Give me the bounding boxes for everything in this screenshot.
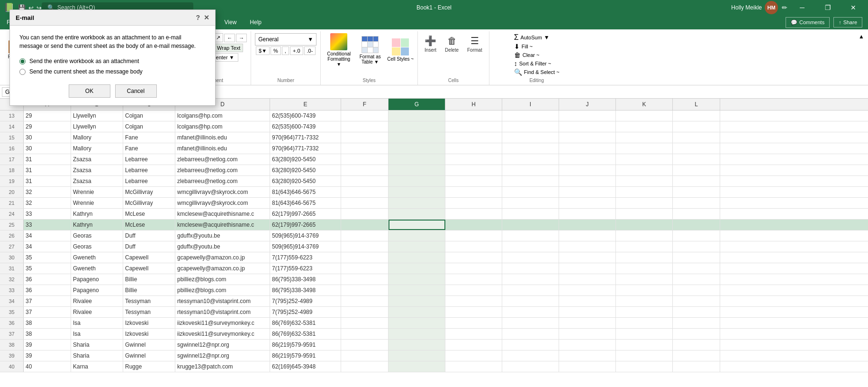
- cell[interactable]: Kathryn: [71, 209, 123, 219]
- cell[interactable]: [559, 165, 616, 175]
- autosum-button[interactable]: Σ AutoSum ▼: [514, 33, 550, 42]
- cell[interactable]: [559, 340, 616, 350]
- col-header-h[interactable]: H: [445, 99, 502, 110]
- cell[interactable]: Rugge: [123, 361, 175, 372]
- cell[interactable]: [502, 307, 559, 317]
- cell[interactable]: [673, 143, 720, 154]
- cell[interactable]: [341, 263, 389, 274]
- table-row[interactable]: 2734GeorasDuffgduffx@youtu.be509(965)914…: [0, 241, 868, 252]
- fill-button[interactable]: ⬇ Fill ~: [514, 43, 533, 50]
- cell[interactable]: 62(169)645-3948: [270, 361, 341, 372]
- cell[interactable]: 86(769)632-5381: [270, 329, 341, 339]
- table-row[interactable]: 3135GwenethCapewellgcapewelly@amazon.co.…: [0, 263, 868, 274]
- currency-button[interactable]: $▼: [256, 46, 270, 55]
- cell[interactable]: [502, 329, 559, 339]
- cell[interactable]: [616, 111, 673, 121]
- cell[interactable]: 509(965)914-3769: [270, 241, 341, 252]
- cell[interactable]: [341, 361, 389, 372]
- cell[interactable]: [616, 350, 673, 361]
- cell[interactable]: 30: [24, 143, 71, 154]
- cell[interactable]: [389, 230, 445, 241]
- cell[interactable]: Colgan: [123, 111, 175, 121]
- cell[interactable]: [389, 296, 445, 306]
- cell[interactable]: [616, 165, 673, 175]
- clear-button[interactable]: 🗑 Clear ~: [514, 51, 540, 59]
- cell[interactable]: gcapewelly@amazon.co.jp: [175, 263, 270, 274]
- cell[interactable]: 38: [24, 318, 71, 328]
- cell[interactable]: 29: [24, 111, 71, 121]
- wrap-text-button[interactable]: Wrap Text: [214, 44, 243, 52]
- cell[interactable]: 63(280)920-5450: [270, 165, 341, 175]
- cell[interactable]: [445, 318, 502, 328]
- cell[interactable]: [559, 176, 616, 186]
- cell[interactable]: [502, 154, 559, 165]
- table-row[interactable]: 3638IsaIzkoveskiiizkoveski11@surveymonke…: [0, 318, 868, 329]
- table-row[interactable]: 1831ZsazsaLebarreezlebarreeu@netlog.com6…: [0, 165, 868, 176]
- cell[interactable]: Lebarree: [123, 176, 175, 186]
- cell[interactable]: Capewell: [123, 252, 175, 263]
- cell[interactable]: [559, 361, 616, 372]
- cell[interactable]: [673, 307, 720, 317]
- cell[interactable]: Llywellyn: [71, 111, 123, 121]
- tab-view[interactable]: View: [218, 15, 244, 29]
- cell[interactable]: [445, 263, 502, 274]
- cell[interactable]: zlebarreeu@netlog.com: [175, 165, 270, 175]
- cell[interactable]: Zsazsa: [71, 176, 123, 186]
- cell[interactable]: [502, 274, 559, 285]
- cell[interactable]: [673, 209, 720, 219]
- close-button[interactable]: ✕: [842, 0, 864, 15]
- indent-inc-button[interactable]: →: [236, 34, 247, 42]
- table-row[interactable]: 2433KathrynMcLesekmclesew@acquirethisnam…: [0, 209, 868, 220]
- cell[interactable]: 31: [24, 154, 71, 165]
- col-header-i[interactable]: I: [502, 99, 559, 110]
- cell[interactable]: [445, 187, 502, 197]
- percent-button[interactable]: %: [271, 46, 281, 55]
- cell[interactable]: 63(280)920-5450: [270, 154, 341, 165]
- find-select-button[interactable]: 🔍 Find & Select ~: [514, 68, 560, 76]
- dec-increase-button[interactable]: +.0: [290, 46, 303, 55]
- cell[interactable]: [445, 361, 502, 372]
- cell[interactable]: 62(179)997-2665: [270, 220, 341, 230]
- cell[interactable]: [502, 143, 559, 154]
- cell[interactable]: 86(219)579-9591: [270, 340, 341, 350]
- cell[interactable]: 36: [24, 285, 71, 295]
- cell[interactable]: 36: [24, 274, 71, 285]
- table-row[interactable]: 2132WrennieMcGillivraywmcgillivrayv@skyr…: [0, 198, 868, 209]
- cell[interactable]: [559, 263, 616, 274]
- cell[interactable]: 970(964)771-7332: [270, 132, 341, 143]
- cell[interactable]: [616, 230, 673, 241]
- cell[interactable]: [616, 176, 673, 186]
- cell[interactable]: [673, 230, 720, 241]
- cell[interactable]: [559, 307, 616, 317]
- table-row[interactable]: 1530MalloryFanemfanet@illinois.edu970(96…: [0, 132, 868, 143]
- cell[interactable]: Tessyman: [123, 296, 175, 306]
- cell[interactable]: mfanet@illinois.edu: [175, 132, 270, 143]
- cell[interactable]: krugge13@patch.com: [175, 361, 270, 372]
- cell[interactable]: [616, 285, 673, 295]
- cell[interactable]: [616, 143, 673, 154]
- cell[interactable]: [389, 165, 445, 175]
- cell[interactable]: 32: [24, 198, 71, 208]
- table-row[interactable]: 2634GeorasDuffgduffx@youtu.be509(965)914…: [0, 230, 868, 241]
- cell[interactable]: 33: [24, 209, 71, 219]
- cell[interactable]: [616, 263, 673, 274]
- cell[interactable]: [389, 263, 445, 274]
- cell[interactable]: [445, 285, 502, 295]
- cell[interactable]: [445, 198, 502, 208]
- cell[interactable]: wmcgillivrayv@skyrock.com: [175, 187, 270, 197]
- cell[interactable]: [341, 176, 389, 186]
- cell[interactable]: iizkoveski11@surveymonkey.c: [175, 329, 270, 339]
- cell[interactable]: Zsazsa: [71, 165, 123, 175]
- cell[interactable]: [559, 187, 616, 197]
- table-row[interactable]: 1630MalloryFanemfanet@illinois.edu970(96…: [0, 143, 868, 154]
- cell[interactable]: mfanet@illinois.edu: [175, 143, 270, 154]
- cell[interactable]: [502, 285, 559, 295]
- cell[interactable]: Rivalee: [71, 296, 123, 306]
- cell[interactable]: 33: [24, 220, 71, 230]
- cell[interactable]: Zsazsa: [71, 154, 123, 165]
- table-row[interactable]: 2533KathrynMcLesekmclesew@acquirethisnam…: [0, 220, 868, 230]
- cell[interactable]: [445, 340, 502, 350]
- cell[interactable]: rtessyman10@vistaprint.com: [175, 296, 270, 306]
- cell[interactable]: [502, 340, 559, 350]
- cell[interactable]: Billie: [123, 285, 175, 295]
